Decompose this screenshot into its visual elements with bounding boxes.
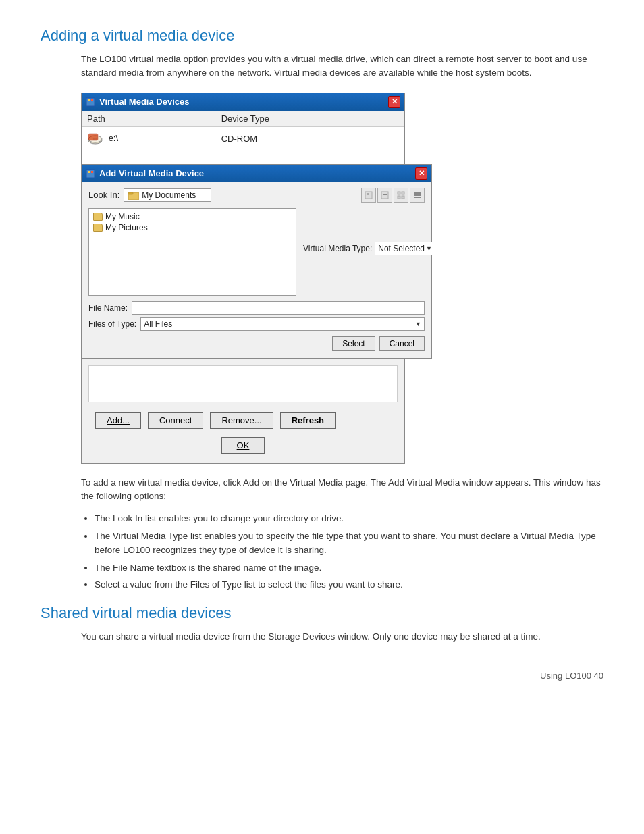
toolbar-btn-1[interactable] (361, 188, 376, 203)
virtual-media-devices-window: Virtual Media Devices ✕ Path Device Type (81, 93, 405, 165)
vmd-table-area: Path Device Type e:\ (82, 111, 404, 165)
file-item-label-0: My Music (105, 212, 140, 221)
lookin-row: Look In: My Documents (88, 188, 425, 203)
toolbar-btn-2[interactable] (377, 188, 392, 203)
folder-icon-my-pictures (93, 224, 103, 232)
svg-rect-1 (88, 99, 90, 101)
vmt-dropdown[interactable]: Not Selected ▼ (375, 242, 435, 255)
section2-text: You can share a virtual media device fro… (81, 630, 603, 644)
vmt-label: Virtual Media Type: (303, 244, 372, 253)
cdrom-icon (87, 131, 103, 147)
toolbar-btn-3[interactable] (394, 188, 408, 203)
toolbar-icons (361, 188, 425, 203)
section1-title: Adding a virtual media device (41, 27, 603, 45)
vmd-col-device-type: Device Type (216, 111, 404, 127)
filestype-value: All Files (144, 319, 172, 329)
vmd-table: Path Device Type e:\ (82, 111, 404, 151)
cancel-button[interactable]: Cancel (379, 336, 425, 351)
add-dialog-close-button[interactable]: ✕ (415, 167, 427, 180)
add-dialog-body: Look In: My Documents (82, 182, 431, 358)
svg-rect-6 (88, 134, 98, 140)
bullet-list: The Look In list enables you to change y… (95, 511, 603, 592)
refresh-button[interactable]: Refresh (280, 412, 336, 429)
folder-icon-my-music (93, 213, 103, 221)
filestype-dropdown[interactable]: All Files ▼ (140, 317, 425, 331)
lookin-dropdown[interactable]: My Documents (124, 188, 211, 202)
vmt-value: Not Selected (378, 244, 425, 253)
file-item-label-1: My Pictures (105, 223, 148, 232)
add-dialog-title-left: Add Virtual Media Device (86, 168, 204, 178)
list-item: The File Name textbox is the shared name… (95, 561, 603, 575)
list-item: Select a value from the Files of Type li… (95, 577, 603, 592)
svg-rect-22 (414, 197, 421, 198)
connect-button[interactable]: Connect (148, 412, 203, 429)
list-item: The Look In list enables you to change y… (95, 511, 603, 526)
list-item: The Virtual Media Type list enables you … (95, 529, 603, 558)
filename-row: File Name: (88, 301, 425, 315)
filename-label: File Name: (88, 303, 128, 313)
filename-input[interactable] (132, 301, 425, 315)
svg-rect-8 (88, 171, 90, 173)
vmd-row-device: CD-ROM (216, 126, 404, 151)
chevron-down-icon: ▼ (426, 245, 432, 252)
footer-text: Using LO100 40 (540, 671, 603, 681)
add-button[interactable]: Add... (95, 412, 141, 429)
vmd-ok-row: OK (88, 437, 398, 454)
lookin-label: Look In: (88, 190, 119, 200)
dialog-footer: Select Cancel (88, 336, 425, 351)
svg-rect-17 (402, 192, 404, 194)
svg-rect-9 (91, 171, 93, 173)
svg-rect-13 (367, 193, 369, 195)
add-dialog-title-text: Add Virtual Media Device (99, 168, 204, 178)
vmd-window-icon (86, 97, 95, 107)
svg-rect-15 (383, 194, 387, 195)
table-row: e:\ CD-ROM (82, 126, 404, 151)
svg-rect-19 (402, 196, 404, 199)
svg-rect-7 (86, 170, 95, 178)
add-dialog-icon (86, 169, 95, 178)
vmd-title-left: Virtual Media Devices (86, 97, 189, 107)
file-list-area: My Music My Pictures (88, 208, 296, 296)
vmd-bottom-panel: Add... Connect Remove... Refresh OK (81, 359, 405, 464)
svg-rect-20 (414, 192, 421, 194)
vmt-row: Virtual Media Type: Not Selected ▼ (303, 242, 425, 255)
filestype-chevron-icon: ▼ (415, 321, 421, 328)
list-item: My Music (92, 211, 293, 222)
right-panel: Virtual Media Type: Not Selected ▼ (303, 208, 425, 296)
vmd-title-text: Virtual Media Devices (99, 97, 189, 107)
vmd-titlebar: Virtual Media Devices ✕ (82, 93, 404, 111)
add-virtual-media-dialog: Add Virtual Media Device ✕ Look In: My D… (81, 164, 432, 359)
ok-button[interactable]: OK (221, 437, 265, 454)
filestype-label: Files of Type: (88, 319, 136, 329)
svg-rect-16 (398, 192, 400, 194)
select-button[interactable]: Select (332, 336, 375, 351)
svg-rect-11 (128, 192, 133, 194)
folder-icon (128, 190, 139, 200)
svg-rect-21 (414, 194, 421, 196)
vmd-row-path: e:\ (82, 126, 216, 151)
dialog-content-row: My Music My Pictures Virtual Media Type:… (88, 208, 425, 296)
svg-rect-0 (86, 98, 95, 106)
section2-title: Shared virtual media devices (41, 604, 603, 622)
list-item: My Pictures (92, 222, 293, 233)
lookin-value: My Documents (142, 190, 196, 200)
vmd-close-button[interactable]: ✕ (388, 96, 400, 108)
svg-rect-2 (91, 99, 93, 101)
section1-intro: The LO100 virtual media option provides … (81, 53, 603, 80)
page-footer: Using LO100 40 (41, 671, 603, 681)
body-description: To add a new virtual media device, click… (81, 476, 603, 504)
remove-button[interactable]: Remove... (210, 412, 273, 429)
vmd-empty-area (88, 365, 398, 402)
toolbar-btn-4[interactable] (410, 188, 425, 203)
add-dialog-titlebar: Add Virtual Media Device ✕ (82, 165, 431, 182)
filestype-row: Files of Type: All Files ▼ (88, 317, 425, 331)
vmd-action-buttons: Add... Connect Remove... Refresh (88, 412, 398, 429)
svg-rect-18 (398, 196, 400, 199)
vmd-col-path: Path (82, 111, 216, 127)
